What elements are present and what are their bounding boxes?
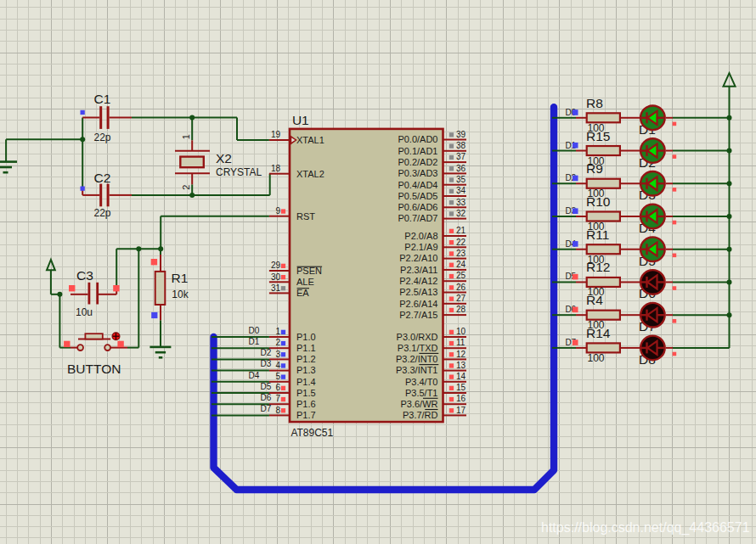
svg-text:15: 15 (456, 383, 466, 392)
svg-text:10u: 10u (76, 306, 93, 318)
svg-text:P3.1/TXD: P3.1/TXD (398, 343, 438, 353)
svg-text:D2: D2 (261, 348, 272, 357)
svg-text:XTAL2: XTAL2 (296, 169, 324, 179)
svg-text:P2.6/A14: P2.6/A14 (399, 299, 437, 309)
svg-text:XTAL1: XTAL1 (296, 135, 324, 145)
svg-text:22: 22 (456, 238, 466, 247)
svg-text:13: 13 (456, 361, 466, 370)
svg-text:4: 4 (275, 361, 280, 370)
svg-text:P1.7: P1.7 (296, 410, 316, 420)
svg-text:11: 11 (456, 338, 465, 347)
svg-text:P0.1/AD1: P0.1/AD1 (398, 146, 437, 156)
svg-text:RST: RST (296, 211, 315, 222)
svg-text:EA: EA (296, 288, 309, 298)
svg-text:D7: D7 (261, 404, 272, 413)
svg-text:P2.1/A9: P2.1/A9 (404, 242, 437, 252)
svg-text:38: 38 (456, 141, 466, 150)
svg-text:39: 39 (456, 130, 466, 139)
svg-text:P0.0/AD0: P0.0/AD0 (398, 134, 437, 144)
svg-text:17: 17 (456, 406, 466, 415)
svg-text:P1.6: P1.6 (296, 399, 316, 409)
svg-text:27: 27 (456, 294, 466, 303)
svg-text:C2: C2 (94, 171, 111, 185)
svg-text:P2.3/A11: P2.3/A11 (400, 265, 437, 275)
svg-text:33: 33 (456, 198, 466, 207)
svg-text:19: 19 (271, 130, 281, 139)
svg-text:14: 14 (456, 372, 466, 381)
svg-text:R1: R1 (172, 271, 189, 285)
svg-text:P2.5/A13: P2.5/A13 (399, 287, 437, 297)
svg-text:9: 9 (275, 206, 280, 216)
svg-text:21: 21 (456, 226, 466, 235)
svg-text:R15: R15 (586, 129, 610, 143)
svg-text:5: 5 (275, 372, 280, 381)
svg-text:P3.5/T1: P3.5/T1 (405, 388, 438, 398)
svg-text:D0: D0 (249, 326, 260, 335)
svg-text:P3.6/WR: P3.6/WR (400, 399, 437, 409)
svg-text:R10: R10 (586, 194, 611, 209)
svg-text:P0.5/AD5: P0.5/AD5 (398, 191, 437, 201)
svg-text:36: 36 (456, 164, 466, 173)
svg-text:P1.3: P1.3 (296, 365, 316, 375)
svg-text:R8: R8 (586, 96, 603, 110)
svg-text:P1.4: P1.4 (296, 377, 316, 387)
svg-text:R11: R11 (586, 227, 609, 242)
svg-text:ALE: ALE (296, 277, 314, 287)
svg-text:26: 26 (456, 283, 466, 292)
svg-text:22p: 22p (94, 207, 111, 219)
svg-text:P1.1: P1.1 (296, 343, 316, 353)
svg-text:29: 29 (271, 261, 281, 270)
svg-text:P3.4/T0: P3.4/T0 (405, 377, 438, 387)
svg-text:P2.0/A8: P2.0/A8 (404, 231, 437, 241)
svg-text:CRYSTAL: CRYSTAL (216, 166, 262, 178)
svg-text:10k: 10k (172, 289, 189, 300)
svg-text:34: 34 (456, 186, 466, 195)
svg-text:3: 3 (275, 350, 280, 359)
svg-text:U1: U1 (292, 113, 309, 127)
svg-text:30: 30 (271, 272, 281, 282)
svg-text:1: 1 (181, 134, 191, 139)
svg-text:28: 28 (456, 305, 466, 314)
svg-text:X2: X2 (216, 151, 232, 165)
svg-text:23: 23 (456, 249, 466, 258)
svg-text:37: 37 (456, 152, 466, 161)
svg-text:35: 35 (456, 175, 466, 184)
svg-text:P1.2: P1.2 (296, 354, 316, 364)
svg-text:P2.2/A10: P2.2/A10 (399, 253, 437, 263)
svg-text:24: 24 (456, 260, 466, 269)
svg-text:22p: 22p (94, 132, 111, 143)
svg-text:D3: D3 (261, 359, 272, 368)
svg-text:D6: D6 (261, 393, 272, 402)
svg-text:BUTTON: BUTTON (67, 362, 121, 376)
svg-text:P3.7/RD: P3.7/RD (403, 410, 438, 420)
svg-text:32: 32 (456, 209, 466, 218)
svg-text:R4: R4 (586, 293, 603, 307)
svg-text:D5: D5 (261, 382, 272, 391)
svg-text:AT89C51: AT89C51 (291, 427, 333, 439)
svg-text:R9: R9 (586, 161, 603, 176)
svg-text:25: 25 (456, 271, 466, 280)
svg-text:P1.5: P1.5 (296, 388, 316, 398)
svg-text:P0.4/AD4: P0.4/AD4 (398, 180, 437, 190)
svg-text:P0.3/AD3: P0.3/AD3 (398, 168, 437, 178)
svg-text:P3.0/RXD: P3.0/RXD (397, 332, 438, 342)
svg-text:P2.4/A12: P2.4/A12 (399, 276, 437, 286)
svg-text:D1: D1 (249, 337, 260, 346)
svg-text:31: 31 (271, 283, 281, 293)
svg-text:7: 7 (275, 394, 280, 403)
svg-text:1: 1 (275, 327, 280, 336)
svg-text:P2.7/A15: P2.7/A15 (399, 310, 437, 320)
svg-text:2: 2 (181, 185, 191, 190)
svg-text:P0.2/AD2: P0.2/AD2 (398, 157, 437, 167)
svg-text:P0.6/AD6: P0.6/AD6 (398, 202, 437, 212)
svg-text:P3.2/INT0: P3.2/INT0 (396, 354, 438, 364)
svg-text:R14: R14 (586, 326, 611, 340)
svg-text:P1.0: P1.0 (296, 332, 316, 342)
svg-text:P0.7/AD7: P0.7/AD7 (398, 213, 437, 223)
svg-text:6: 6 (275, 383, 280, 392)
svg-text:16: 16 (456, 394, 466, 403)
svg-text:18: 18 (271, 164, 281, 173)
svg-text:D4: D4 (249, 371, 260, 380)
svg-text:2: 2 (275, 338, 280, 347)
svg-text:C3: C3 (76, 268, 93, 283)
